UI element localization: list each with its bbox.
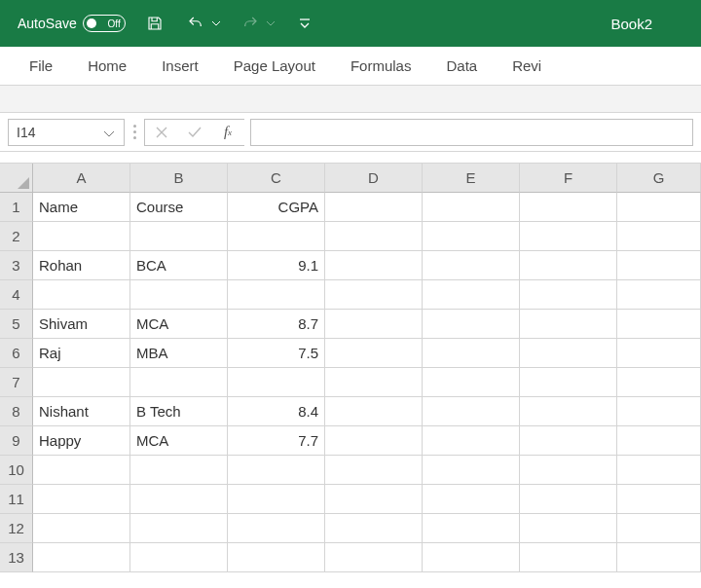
column-header-C[interactable]: C	[228, 164, 325, 193]
cell-C13[interactable]	[228, 543, 325, 572]
cell-C1[interactable]: CGPA	[228, 193, 325, 222]
cell-G12[interactable]	[617, 514, 701, 543]
row-header-9[interactable]: 9	[0, 426, 33, 456]
cell-C6[interactable]: 7.5	[228, 339, 325, 368]
cell-A6[interactable]: Raj	[33, 339, 130, 368]
cell-C5[interactable]: 8.7	[228, 310, 325, 339]
cell-F5[interactable]	[520, 310, 617, 339]
cell-F10[interactable]	[520, 456, 617, 485]
autosave-control[interactable]: AutoSave Off	[18, 15, 126, 32]
name-box-dropdown-icon[interactable]	[100, 125, 118, 140]
insert-function-button[interactable]: fx	[211, 120, 244, 145]
cell-B8[interactable]: B Tech	[130, 397, 228, 426]
cell-E13[interactable]	[423, 543, 520, 572]
cell-A4[interactable]	[33, 280, 130, 310]
column-header-B[interactable]: B	[130, 164, 228, 193]
cell-G8[interactable]	[617, 397, 701, 426]
cell-B5[interactable]: MCA	[130, 310, 228, 339]
cell-A12[interactable]	[33, 514, 130, 543]
cell-E9[interactable]	[423, 426, 520, 456]
cell-C8[interactable]: 8.4	[228, 397, 325, 426]
column-header-D[interactable]: D	[325, 164, 423, 193]
row-header-7[interactable]: 7	[0, 368, 33, 397]
column-header-E[interactable]: E	[423, 164, 520, 193]
cell-G3[interactable]	[617, 251, 701, 280]
row-header-5[interactable]: 5	[0, 310, 33, 339]
column-header-G[interactable]: G	[617, 164, 701, 193]
cell-C2[interactable]	[228, 222, 325, 251]
row-header-4[interactable]: 4	[0, 280, 33, 310]
cell-D5[interactable]	[325, 310, 423, 339]
cell-F11[interactable]	[520, 485, 617, 514]
cell-C10[interactable]	[228, 456, 325, 485]
cell-A9[interactable]: Happy	[33, 426, 130, 456]
cell-B4[interactable]	[130, 280, 228, 310]
tab-insert[interactable]: Insert	[144, 47, 216, 85]
tab-home[interactable]: Home	[70, 47, 144, 85]
cell-D11[interactable]	[325, 485, 423, 514]
cell-E5[interactable]	[423, 310, 520, 339]
cell-D1[interactable]	[325, 193, 423, 222]
cell-D4[interactable]	[325, 280, 423, 310]
cell-B13[interactable]	[130, 543, 228, 572]
cell-A10[interactable]	[33, 456, 130, 485]
cell-E10[interactable]	[423, 456, 520, 485]
tab-data[interactable]: Data	[428, 47, 495, 85]
qat-customize-icon[interactable]	[293, 12, 316, 35]
cell-G10[interactable]	[617, 456, 701, 485]
row-header-3[interactable]: 3	[0, 251, 33, 280]
row-header-6[interactable]: 6	[0, 339, 33, 368]
cell-G4[interactable]	[617, 280, 701, 310]
cell-C7[interactable]	[228, 368, 325, 397]
cell-C11[interactable]	[228, 485, 325, 514]
cell-D13[interactable]	[325, 543, 423, 572]
cell-A8[interactable]: Nishant	[33, 397, 130, 426]
cell-E7[interactable]	[423, 368, 520, 397]
row-header-8[interactable]: 8	[0, 397, 33, 426]
cell-D10[interactable]	[325, 456, 423, 485]
cell-A11[interactable]	[33, 485, 130, 514]
cell-B2[interactable]	[130, 222, 228, 251]
name-box[interactable]: I14	[8, 119, 125, 146]
tab-revi[interactable]: Revi	[495, 47, 559, 85]
autosave-toggle[interactable]: Off	[83, 15, 126, 32]
spreadsheet-grid[interactable]: ABCDEFG1NameCourseCGPA23RohanBCA9.145Shi…	[0, 164, 701, 572]
row-header-10[interactable]: 10	[0, 456, 33, 485]
cell-D2[interactable]	[325, 222, 423, 251]
cell-E1[interactable]	[423, 193, 520, 222]
cell-C12[interactable]	[228, 514, 325, 543]
cell-G6[interactable]	[617, 339, 701, 368]
cell-E11[interactable]	[423, 485, 520, 514]
save-icon[interactable]	[143, 12, 166, 35]
cell-C3[interactable]: 9.1	[228, 251, 325, 280]
cell-B7[interactable]	[130, 368, 228, 397]
cell-G5[interactable]	[617, 310, 701, 339]
cell-D7[interactable]	[325, 368, 423, 397]
cell-E2[interactable]	[423, 222, 520, 251]
cell-A13[interactable]	[33, 543, 130, 572]
formula-grip[interactable]	[130, 125, 138, 139]
undo-dropdown-icon[interactable]	[211, 18, 221, 28]
cell-F6[interactable]	[520, 339, 617, 368]
cell-A2[interactable]	[33, 222, 130, 251]
cell-E3[interactable]	[423, 251, 520, 280]
cell-F1[interactable]	[520, 193, 617, 222]
cell-G2[interactable]	[617, 222, 701, 251]
cell-E8[interactable]	[423, 397, 520, 426]
row-header-13[interactable]: 13	[0, 543, 33, 572]
cell-G1[interactable]	[617, 193, 701, 222]
cell-B1[interactable]: Course	[130, 193, 228, 222]
cell-G11[interactable]	[617, 485, 701, 514]
tab-page-layout[interactable]: Page Layout	[216, 47, 333, 85]
cell-A3[interactable]: Rohan	[33, 251, 130, 280]
select-all-corner[interactable]	[0, 164, 33, 193]
cell-F9[interactable]	[520, 426, 617, 456]
cell-C4[interactable]	[228, 280, 325, 310]
cell-B11[interactable]	[130, 485, 228, 514]
cell-E6[interactable]	[423, 339, 520, 368]
cell-C9[interactable]: 7.7	[228, 426, 325, 456]
cell-B9[interactable]: MCA	[130, 426, 228, 456]
cell-A7[interactable]	[33, 368, 130, 397]
row-header-12[interactable]: 12	[0, 514, 33, 543]
cell-G9[interactable]	[617, 426, 701, 456]
